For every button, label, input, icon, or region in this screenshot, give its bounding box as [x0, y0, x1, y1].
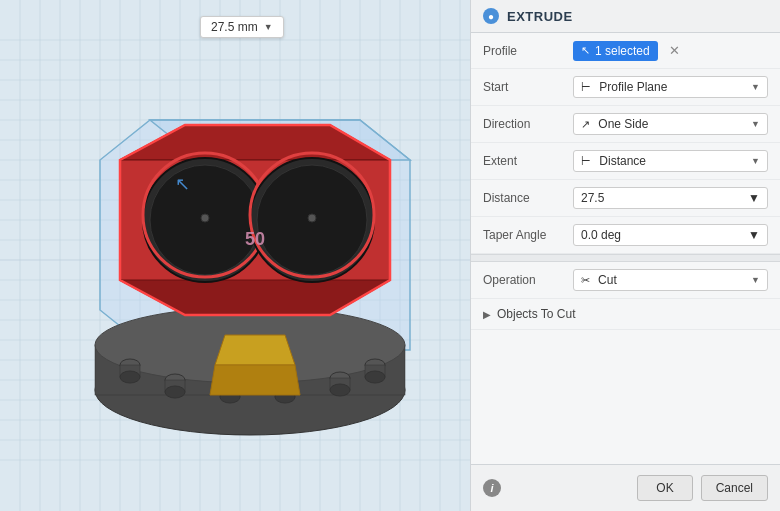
distance-value: 27.5 — [581, 191, 604, 205]
taper-label: Taper Angle — [483, 228, 573, 242]
start-field-value: ⊢ Profile Plane ▼ — [573, 76, 768, 98]
operation-field-value: ✂ Cut ▼ — [573, 269, 768, 291]
svg-point-83 — [308, 214, 316, 222]
svg-point-82 — [201, 214, 209, 222]
start-dropdown-arrow: ▼ — [751, 82, 760, 92]
extent-dropdown[interactable]: ⊢ Distance ▼ — [573, 150, 768, 172]
direction-field-value: ↗ One Side ▼ — [573, 113, 768, 135]
svg-text:↖: ↖ — [175, 174, 190, 194]
distance-field-row: Distance 27.5 ▼ — [471, 180, 780, 217]
objects-to-cut-row[interactable]: ▶ Objects To Cut — [471, 299, 780, 330]
extent-icon: ⊢ — [581, 155, 591, 167]
measurement-value: 27.5 mm — [211, 20, 258, 34]
start-icon: ⊢ — [581, 81, 591, 93]
objects-to-cut-label: Objects To Cut — [497, 307, 575, 321]
ok-button[interactable]: OK — [637, 475, 692, 501]
operation-field-row: Operation ✂ Cut ▼ — [471, 262, 780, 299]
svg-text:50: 50 — [245, 229, 265, 249]
profile-selected-badge[interactable]: ↖ 1 selected — [573, 41, 658, 61]
extent-field-row: Extent ⊢ Distance ▼ — [471, 143, 780, 180]
3d-viewport[interactable]: 50 ↖ 27.5 mm ▼ — [0, 0, 470, 511]
extrude-icon: ● — [483, 8, 499, 24]
cut-icon: ✂ — [581, 274, 593, 286]
svg-point-69 — [365, 371, 385, 383]
svg-marker-70 — [215, 335, 295, 365]
direction-dropdown-arrow: ▼ — [751, 119, 760, 129]
svg-marker-71 — [210, 365, 300, 395]
direction-dropdown[interactable]: ↗ One Side ▼ — [573, 113, 768, 135]
extrude-panel: ● EXTRUDE Profile ↖ 1 selected ✕ Start ⊢ — [470, 0, 780, 511]
start-label: Start — [483, 80, 573, 94]
distance-label: Distance — [483, 191, 573, 205]
distance-input[interactable]: 27.5 ▼ — [573, 187, 768, 209]
cursor-icon: ↖ — [581, 44, 590, 57]
measurement-badge[interactable]: 27.5 mm ▼ — [200, 16, 284, 38]
direction-icon: ↗ — [581, 118, 590, 130]
section-divider — [471, 254, 780, 262]
info-icon[interactable]: i — [483, 479, 501, 497]
extent-field-value: ⊢ Distance ▼ — [573, 150, 768, 172]
extent-label: Extent — [483, 154, 573, 168]
taper-field-row: Taper Angle 0.0 deg ▼ — [471, 217, 780, 254]
start-value: Profile Plane — [599, 80, 667, 94]
operation-dropdown-arrow: ▼ — [751, 275, 760, 285]
panel-header: ● EXTRUDE — [471, 0, 780, 33]
extent-value: Distance — [599, 154, 646, 168]
taper-dropdown-arrow: ▼ — [748, 228, 760, 242]
profile-field-value: ↖ 1 selected ✕ — [573, 41, 768, 61]
extent-dropdown-arrow: ▼ — [751, 156, 760, 166]
profile-label: Profile — [483, 44, 573, 58]
direction-value: One Side — [598, 117, 648, 131]
grid-background: 50 ↖ — [0, 0, 470, 511]
taper-field-value: 0.0 deg ▼ — [573, 224, 768, 246]
footer-buttons: OK Cancel — [637, 475, 768, 501]
distance-field-value: 27.5 ▼ — [573, 187, 768, 209]
taper-value: 0.0 deg — [581, 228, 621, 242]
operation-dropdown[interactable]: ✂ Cut ▼ — [573, 269, 768, 291]
svg-point-66 — [330, 384, 350, 396]
direction-field-row: Direction ↗ One Side ▼ — [471, 106, 780, 143]
svg-point-54 — [120, 371, 140, 383]
profile-selected-text: 1 selected — [595, 44, 650, 58]
cancel-button[interactable]: Cancel — [701, 475, 768, 501]
direction-label: Direction — [483, 117, 573, 131]
start-dropdown[interactable]: ⊢ Profile Plane ▼ — [573, 76, 768, 98]
operation-label: Operation — [483, 273, 573, 287]
operation-value: Cut — [598, 273, 617, 287]
panel-title: EXTRUDE — [507, 9, 573, 24]
panel-footer: i OK Cancel — [471, 464, 780, 511]
taper-input[interactable]: 0.0 deg ▼ — [573, 224, 768, 246]
distance-dropdown-arrow: ▼ — [748, 191, 760, 205]
svg-point-57 — [165, 386, 185, 398]
profile-clear-button[interactable]: ✕ — [666, 42, 683, 59]
profile-field-row: Profile ↖ 1 selected ✕ — [471, 33, 780, 69]
start-field-row: Start ⊢ Profile Plane ▼ — [471, 69, 780, 106]
measurement-dropdown-arrow: ▼ — [264, 22, 273, 32]
panel-body: Profile ↖ 1 selected ✕ Start ⊢ Profile P… — [471, 33, 780, 464]
expand-arrow-icon: ▶ — [483, 309, 491, 320]
